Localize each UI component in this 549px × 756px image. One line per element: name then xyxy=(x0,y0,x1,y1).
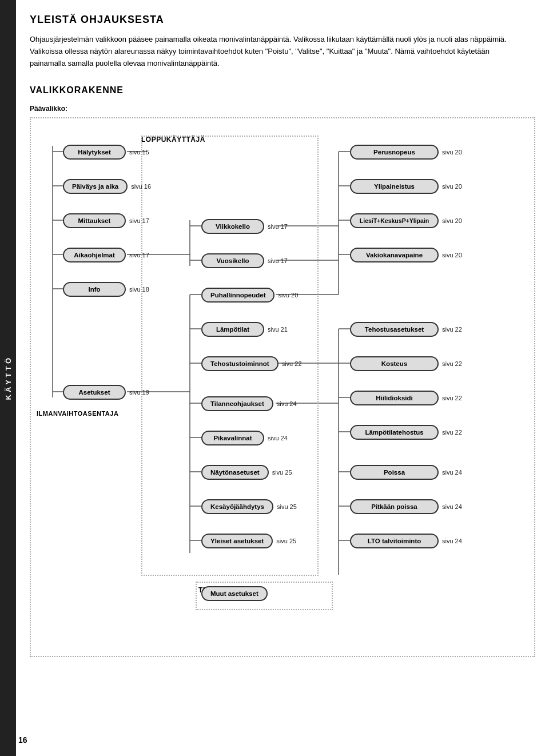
node-row-tehostusasetukset: Tehostusasetukset sivu 22 xyxy=(350,322,462,337)
node-row-vakiokanavapaine: Vakiokanavapaine sivu 20 xyxy=(350,248,462,262)
node-mittaukset: Mittaukset xyxy=(63,213,126,228)
node-info: Info xyxy=(63,282,126,297)
page-poissa: sivu 24 xyxy=(442,469,462,476)
node-row-puhallinnopeudet: Puhallinnopeudet sivu 20 xyxy=(201,288,298,303)
page-kesayojaahdytys: sivu 25 xyxy=(277,503,297,510)
page-perusnopeus: sivu 20 xyxy=(442,149,462,156)
page-info: sivu 18 xyxy=(129,286,149,293)
node-row-lampotilatehostus: Lämpötilatehostus sivu 22 xyxy=(350,425,462,440)
node-row-mittaukset: Mittaukset sivu 17 xyxy=(63,213,149,228)
page-aikaohjelmat: sivu 17 xyxy=(129,252,149,258)
paavallikko-label: Päävalikko: xyxy=(30,105,535,113)
node-row-pitkaan-poissa: Pitkään poissa sivu 24 xyxy=(350,499,462,514)
node-aikaohjelmat: Aikaohjelmat xyxy=(63,248,126,262)
node-row-yleiset-asetukset: Yleiset asetukset sivu 25 xyxy=(201,534,296,548)
node-hiilidioksidi: Hiilidioksidi xyxy=(350,391,439,405)
page-yleiset-asetukset: sivu 25 xyxy=(276,538,296,544)
page-halytykset: sivu 15 xyxy=(129,149,149,156)
section-title: VALIKKORAKENNE xyxy=(30,85,535,96)
diagram-wrap: LOPPUKÄYTTÄJÄ ILMANVAIHTOASENTAJA TEHDAS… xyxy=(35,124,539,639)
node-kesayojaahdytys: Kesäyöjäähdytys xyxy=(201,499,273,514)
page-kosteus: sivu 22 xyxy=(442,360,462,367)
node-lampotilatehostus: Lämpötilatehostus xyxy=(350,425,439,440)
page-vakiokanavapaine: sivu 20 xyxy=(442,252,462,258)
page-tehostusasetukset: sivu 22 xyxy=(442,326,462,333)
node-asetukset: Asetukset xyxy=(63,385,126,400)
node-row-lampotilat: Lämpötilat sivu 21 xyxy=(201,322,288,337)
side-label: KÄYTTÖ xyxy=(0,0,16,756)
node-liesit: LiesiT+KeskusP+Ylipain xyxy=(350,213,439,228)
node-lto: LTO talvitoiminto xyxy=(350,534,439,548)
loppukayttaja-header: LOPPUKÄYTTÄJÄ xyxy=(141,136,205,144)
page-lampotilatehostus: sivu 22 xyxy=(442,429,462,436)
node-poissa: Poissa xyxy=(350,465,439,480)
node-tehostustoiminnot: Tehostustoiminnot xyxy=(201,356,279,371)
diagram-container: LOPPUKÄYTTÄJÄ ILMANVAIHTOASENTAJA TEHDAS… xyxy=(30,117,535,657)
page-ylipaineistus: sivu 20 xyxy=(442,183,462,190)
node-row-hiilidioksidi: Hiilidioksidi sivu 22 xyxy=(350,391,462,405)
node-row-liesit: LiesiT+KeskusP+Ylipain sivu 20 xyxy=(350,213,462,228)
node-row-perusnopeus: Perusnopeus sivu 20 xyxy=(350,145,462,160)
page-lto: sivu 24 xyxy=(442,538,462,544)
node-viikkokello: Viikkokello xyxy=(201,219,264,234)
node-paivays: Päiväys ja aika xyxy=(63,179,128,194)
node-puhallinnopeudet: Puhallinnopeudet xyxy=(201,288,274,303)
node-row-kosteus: Kosteus sivu 22 xyxy=(350,356,462,371)
page-naytonautosetuset: sivu 25 xyxy=(272,469,292,476)
page-pikavalinnat: sivu 24 xyxy=(268,435,288,441)
node-lampotilat: Lämpötilat xyxy=(201,322,264,337)
page-vuosikello: sivu 17 xyxy=(268,257,288,264)
node-row-vuosikello: Vuosikello sivu 17 xyxy=(201,253,288,268)
node-pitkaan-poissa: Pitkään poissa xyxy=(350,499,439,514)
page-liesit: sivu 20 xyxy=(442,217,462,224)
node-row-muut-asetukset: Muut asetukset xyxy=(201,586,268,601)
node-ylipaineistus: Ylipaineistus xyxy=(350,179,439,194)
page-pitkaan-poissa: sivu 24 xyxy=(442,503,462,510)
node-row-asetukset: Asetukset sivu 19 xyxy=(63,385,149,400)
page-hiilidioksidi: sivu 22 xyxy=(442,395,462,401)
node-naytonautosetuset: Näytönasetuset xyxy=(201,465,269,480)
page-number: 16 xyxy=(18,735,27,745)
node-row-paivays: Päiväys ja aika sivu 16 xyxy=(63,179,151,194)
page-title: YLEISTÄ OHJAUKSESTA xyxy=(30,14,535,26)
node-row-halytykset: Hälytykset sivu 15 xyxy=(63,145,149,160)
page-viikkokello: sivu 17 xyxy=(268,223,288,230)
node-row-poissa: Poissa sivu 24 xyxy=(350,465,462,480)
node-kosteus: Kosteus xyxy=(350,356,439,371)
page-asetukset: sivu 19 xyxy=(129,389,149,396)
node-row-ylipaineistus: Ylipaineistus sivu 20 xyxy=(350,179,462,194)
page-lampotilat: sivu 21 xyxy=(268,326,288,333)
node-row-kesayojaahdytys: Kesäyöjäähdytys sivu 25 xyxy=(201,499,297,514)
intro-text: Ohjausjärjestelmän valikkoon pääsee pain… xyxy=(30,34,510,69)
node-row-pikavalinnat: Pikavalinnat sivu 24 xyxy=(201,431,288,445)
node-halytykset: Hälytykset xyxy=(63,145,126,160)
node-tilanneohjaukset: Tilanneohjaukset xyxy=(201,396,273,411)
node-tehostusasetukset: Tehostusasetukset xyxy=(350,322,439,337)
node-row-naytonautosetuset: Näytönasetuset sivu 25 xyxy=(201,465,292,480)
node-muut-asetukset: Muut asetukset xyxy=(201,586,268,601)
node-yleiset-asetukset: Yleiset asetukset xyxy=(201,534,273,548)
page-puhallinnopeudet: sivu 20 xyxy=(278,292,298,299)
node-vuosikello: Vuosikello xyxy=(201,253,264,268)
node-row-info: Info sivu 18 xyxy=(63,282,149,297)
node-row-lto: LTO talvitoiminto sivu 24 xyxy=(350,534,462,548)
page-tilanneohjaukset: sivu 24 xyxy=(277,400,297,407)
node-row-viikkokello: Viikkokello sivu 17 xyxy=(201,219,288,234)
node-perusnopeus: Perusnopeus xyxy=(350,145,439,160)
page-mittaukset: sivu 17 xyxy=(129,217,149,224)
node-row-aikaohjelmat: Aikaohjelmat sivu 17 xyxy=(63,248,149,262)
node-row-tilanneohjaukset: Tilanneohjaukset sivu 24 xyxy=(201,396,297,411)
node-pikavalinnat: Pikavalinnat xyxy=(201,431,264,445)
node-vakiokanavapaine: Vakiokanavapaine xyxy=(350,248,439,262)
node-row-tehostustoiminnot: Tehostustoiminnot sivu 22 xyxy=(201,356,302,371)
page-paivays: sivu 16 xyxy=(131,183,151,190)
page-tehostustoiminnot: sivu 22 xyxy=(282,360,302,367)
ilmanvaihto-label: ILMANVAIHTOASENTAJA xyxy=(37,410,118,417)
